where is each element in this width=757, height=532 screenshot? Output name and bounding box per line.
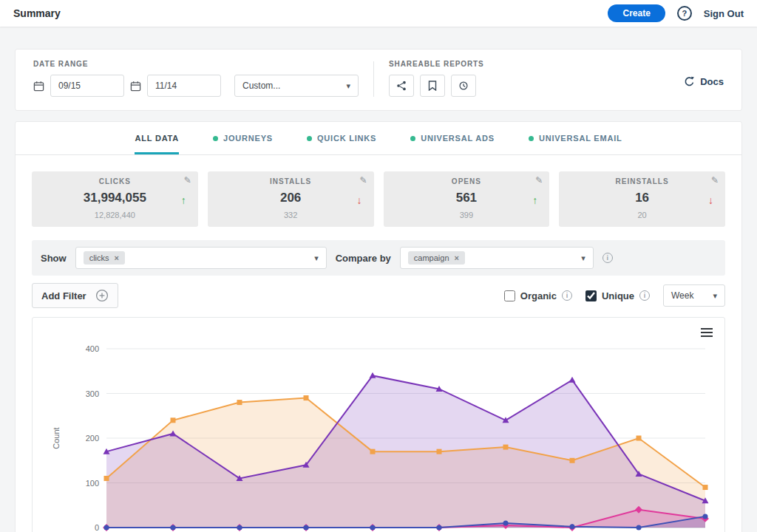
status-dot-icon: [529, 136, 534, 141]
status-dot-icon: [213, 136, 218, 141]
signout-link[interactable]: Sign Out: [704, 8, 744, 19]
chevron-down-icon: ▾: [713, 291, 717, 301]
svg-text:0: 0: [95, 523, 99, 532]
end-date-input[interactable]: [147, 75, 221, 97]
summary-panel: ALL DATA JOURNEYS QUICK LINKS UNIVERSAL …: [15, 121, 742, 532]
tab-label: JOURNEYS: [223, 134, 273, 143]
shareable-reports-label: SHAREABLE REPORTS: [389, 60, 484, 68]
tab-universal-ads[interactable]: UNIVERSAL ADS: [410, 134, 495, 154]
trend-arrow-icon: ↓: [708, 194, 713, 206]
tab-all-data[interactable]: ALL DATA: [135, 134, 179, 154]
interval-select[interactable]: Week ▾: [663, 284, 725, 307]
tab-label: ALL DATA: [135, 134, 179, 143]
tab-universal-email[interactable]: UNIVERSAL EMAIL: [529, 134, 622, 154]
status-dot-icon: [307, 136, 312, 141]
toolbar-divider: [373, 61, 374, 97]
metric-secondary-value: 332: [215, 211, 367, 219]
status-dot-icon: [410, 136, 415, 141]
filter-options-row: Add Filter Organic i Unique i Week: [32, 283, 725, 308]
unique-checkbox-label[interactable]: Unique i: [585, 290, 650, 301]
chart-menu-icon[interactable]: [701, 328, 713, 337]
unique-checkbox[interactable]: [585, 290, 597, 301]
add-filter-label: Add Filter: [41, 290, 86, 301]
svg-text:300: 300: [86, 389, 99, 398]
tab-label: UNIVERSAL EMAIL: [539, 134, 622, 143]
metric-secondary-value: 20: [566, 211, 718, 219]
compare-by-select[interactable]: campaign × ▾: [400, 247, 594, 269]
top-bar-actions: Create ? Sign Out: [608, 4, 744, 22]
trend-arrow-icon: ↑: [181, 194, 186, 206]
help-icon[interactable]: ?: [677, 6, 692, 21]
history-icon: [458, 81, 469, 91]
metric-value: 31,994,055: [39, 191, 191, 205]
history-button[interactable]: [451, 75, 476, 97]
bookmark-icon: [428, 81, 437, 91]
show-label: Show: [41, 253, 67, 264]
show-tag: clicks ×: [84, 251, 125, 265]
plus-circle-icon: [95, 289, 109, 302]
tab-label: UNIVERSAL ADS: [421, 134, 495, 143]
date-range-group: DATE RANGE Custom... ▾: [33, 60, 359, 97]
share-button[interactable]: [389, 75, 414, 97]
metric-value: 206: [215, 191, 367, 205]
page-content: DATE RANGE Custom... ▾ SHAREABLE REPORTS: [0, 49, 757, 532]
share-icon: [396, 81, 407, 91]
metric-label: CLICKS: [39, 177, 191, 185]
tab-quick-links[interactable]: QUICK LINKS: [307, 134, 376, 154]
metric-value: 561: [391, 191, 543, 205]
chevron-down-icon: ▾: [346, 81, 350, 91]
docs-label: Docs: [700, 76, 724, 87]
top-bar: Summary Create ? Sign Out: [0, 0, 757, 27]
chevron-down-icon: ▾: [581, 253, 585, 263]
show-tag-label: clicks: [89, 253, 109, 262]
metric-label: OPENS: [391, 177, 543, 185]
tab-journeys[interactable]: JOURNEYS: [213, 134, 273, 154]
metric-value: 16: [566, 191, 718, 205]
svg-text:100: 100: [86, 479, 99, 488]
docs-link[interactable]: Docs: [684, 60, 724, 87]
organic-checkbox-label[interactable]: Organic i: [504, 290, 572, 301]
chart-options: Organic i Unique i Week ▾: [504, 284, 725, 307]
unique-label: Unique: [602, 290, 634, 301]
info-icon[interactable]: i: [562, 290, 572, 301]
remove-tag-icon[interactable]: ×: [115, 253, 119, 262]
trend-arrow-icon: ↑: [532, 194, 537, 206]
edit-pencil-icon[interactable]: ✎: [359, 175, 367, 185]
date-range-label: DATE RANGE: [33, 60, 359, 68]
svg-text:400: 400: [86, 344, 99, 353]
edit-pencil-icon[interactable]: ✎: [184, 175, 191, 185]
trend-arrow-icon: ↓: [357, 194, 362, 206]
metric-secondary-value: 12,828,440: [39, 211, 191, 219]
filters-toolbar: DATE RANGE Custom... ▾ SHAREABLE REPORTS: [15, 49, 742, 111]
metric-cards: CLICKS ✎ 31,994,055 ↑ 12,828,440 INSTALL…: [32, 171, 725, 227]
compare-tag: campaign ×: [408, 251, 465, 265]
docs-icon: [684, 76, 695, 87]
info-icon[interactable]: i: [602, 253, 613, 263]
page-title: Summary: [13, 7, 61, 19]
interval-value: Week: [671, 290, 693, 301]
edit-pencil-icon[interactable]: ✎: [535, 175, 543, 185]
shareable-reports-group: SHAREABLE REPORTS: [389, 60, 484, 97]
organic-checkbox[interactable]: [504, 290, 515, 301]
metric-secondary-value: 399: [391, 211, 543, 219]
metric-card-reinstalls: REINSTALLS ✎ 16 ↓ 20: [559, 171, 725, 227]
organic-label: Organic: [520, 290, 557, 301]
metric-label: REINSTALLS: [566, 177, 718, 185]
metric-card-opens: OPENS ✎ 561 ↑ 399: [384, 171, 550, 227]
tab-label: QUICK LINKS: [317, 134, 376, 143]
calendar-icon: [33, 81, 44, 92]
show-compare-bar: Show clicks × ▾ Compare by campaign × ▾ …: [32, 240, 725, 276]
metric-label: INSTALLS: [215, 177, 367, 185]
svg-text:200: 200: [86, 434, 99, 443]
edit-pencil-icon[interactable]: ✎: [711, 175, 719, 185]
start-date-input[interactable]: [50, 75, 124, 97]
chart-canvas: 010020030040012. Sep19. Sep26. Sep3. Oct…: [33, 337, 724, 532]
info-icon[interactable]: i: [639, 290, 650, 301]
add-filter-button[interactable]: Add Filter: [32, 283, 118, 308]
bookmark-button[interactable]: [420, 75, 445, 97]
show-select[interactable]: clicks × ▾: [75, 247, 327, 269]
date-preset-value: Custom...: [242, 81, 280, 91]
remove-tag-icon[interactable]: ×: [455, 253, 459, 262]
date-preset-select[interactable]: Custom... ▾: [234, 75, 359, 97]
create-button[interactable]: Create: [608, 4, 665, 22]
